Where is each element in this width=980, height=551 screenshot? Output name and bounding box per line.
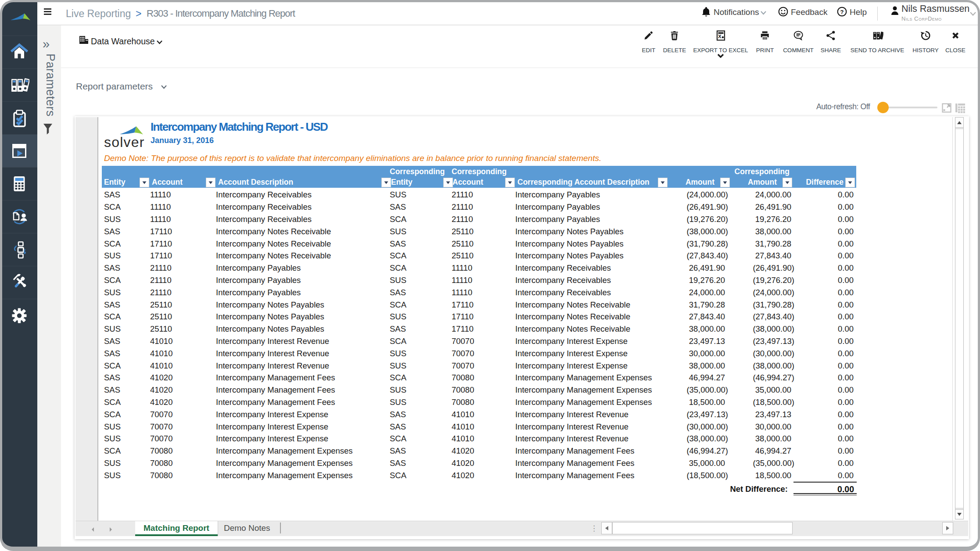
svg-text:?: ? bbox=[840, 9, 844, 15]
svg-text:X: X bbox=[718, 34, 722, 39]
